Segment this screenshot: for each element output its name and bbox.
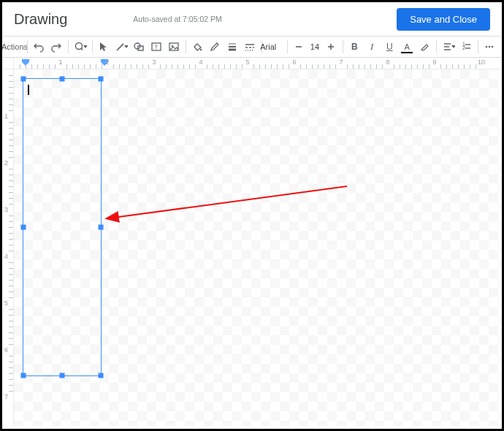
selected-textbox[interactable] [23,78,102,376]
svg-point-28 [492,46,494,48]
border-dash-button[interactable] [242,38,258,56]
zoom-icon [74,41,83,53]
svg-text:T: T [155,44,159,50]
autosave-status: Auto-saved at 7:05:02 PM [133,15,221,23]
actions-menu[interactable]: Actions [7,38,23,56]
chevron-down-icon [83,45,87,48]
line-icon [115,41,123,53]
undo-button[interactable] [31,38,47,56]
ruler-corner [2,58,14,69]
drawing-canvas[interactable] [14,69,499,426]
selection-handle[interactable] [21,373,26,378]
svg-line-2 [117,43,123,50]
line-dash-icon [244,41,256,53]
zoom-button[interactable] [72,38,88,56]
ruler-h-label: 4 [199,58,202,66]
ruler-h-label: 9 [432,58,436,66]
actions-label: Actions [0,42,31,51]
shape-tool-button[interactable] [131,38,147,56]
align-icon [442,41,451,53]
line-weight-icon [226,41,238,53]
image-icon [168,41,180,53]
header-bar: Drawing Auto-saved at 7:05:02 PM Save an… [2,2,502,36]
border-weight-button[interactable] [224,38,240,56]
ruler-v-label: 2 [4,159,8,167]
ruler-h-label: 5 [245,58,249,66]
fill-bucket-icon [191,41,203,53]
ruler-h-label: 1 [58,58,62,66]
text-color-button[interactable]: A [399,38,415,56]
selection-handle[interactable] [99,77,104,82]
svg-point-0 [75,43,82,50]
font-size-increase-button[interactable] [323,38,339,56]
ruler-h-label: 8 [386,58,389,66]
pencil-icon [209,41,221,53]
svg-line-1 [81,49,83,52]
textbox-tool-button[interactable]: T [148,38,164,56]
ruler-h-label: 7 [339,58,343,66]
svg-text:2: 2 [462,45,465,50]
text-color-swatch [401,52,413,54]
page-title: Drawing [14,11,67,28]
more-options-button[interactable] [481,38,497,56]
ruler-v-label: 3 [4,206,8,213]
selection-handle[interactable] [99,225,104,230]
select-tool-button[interactable] [96,38,112,56]
highlighter-icon [419,42,429,52]
svg-point-26 [486,46,488,48]
bold-button[interactable]: B [346,38,362,56]
horizontal-ruler[interactable]: 12345678910 [14,58,499,69]
line-spacing-button[interactable]: 1 2 [458,38,474,56]
ruler-v-label: 7 [4,393,8,400]
highlight-color-button[interactable] [416,38,432,56]
chevron-down-icon [451,45,455,48]
minus-icon [294,42,303,51]
selection-handle[interactable] [99,373,104,378]
align-button[interactable] [440,38,457,56]
drawing-workspace: 12345678910 1234567 [2,58,502,429]
ruler-v-label: 6 [4,346,8,354]
save-and-close-button[interactable]: Save and Close [397,8,490,31]
toolbar: Actions T [2,36,502,58]
line-tool-button[interactable] [113,38,129,56]
svg-point-27 [489,46,491,48]
font-family-button[interactable]: Arial [266,38,283,56]
text-color-a-icon: A [405,42,410,51]
vertical-ruler[interactable]: 1234567 [2,69,14,426]
ruler-v-label: 5 [4,300,8,307]
ruler-h-label: 3 [152,58,156,66]
font-name-label: Arial [257,42,291,51]
ruler-h-label: 10 [478,58,485,66]
svg-point-9 [200,49,202,51]
fill-color-button[interactable] [189,38,205,56]
font-size-decrease-button[interactable] [291,38,307,56]
textbox-icon: T [150,41,162,53]
selection-handle[interactable] [21,225,26,230]
image-tool-button[interactable] [166,38,182,56]
redo-button[interactable] [48,38,64,56]
ruler-h-label: 2 [105,58,109,66]
italic-button[interactable]: I [364,38,380,56]
border-color-button[interactable] [207,38,223,56]
undo-icon [33,41,45,53]
ruler-v-label: 1 [4,112,8,120]
svg-line-29 [107,186,347,218]
shape-icon [133,41,145,53]
ruler-v-label: 4 [4,253,8,260]
chevron-down-icon [124,45,128,48]
selection-handle[interactable] [21,77,26,82]
underline-button[interactable]: U [381,38,397,56]
list-spacing-icon: 1 2 [460,41,472,53]
ruler-h-label: 6 [292,58,296,66]
redo-icon [50,41,62,53]
selection-handle[interactable] [60,373,65,378]
font-size-value[interactable]: 14 [308,42,321,51]
cursor-arrow-icon [99,42,109,52]
selection-handle[interactable] [60,77,65,82]
more-horizontal-icon [484,41,495,53]
text-cursor [28,85,29,95]
plus-icon [327,42,335,51]
